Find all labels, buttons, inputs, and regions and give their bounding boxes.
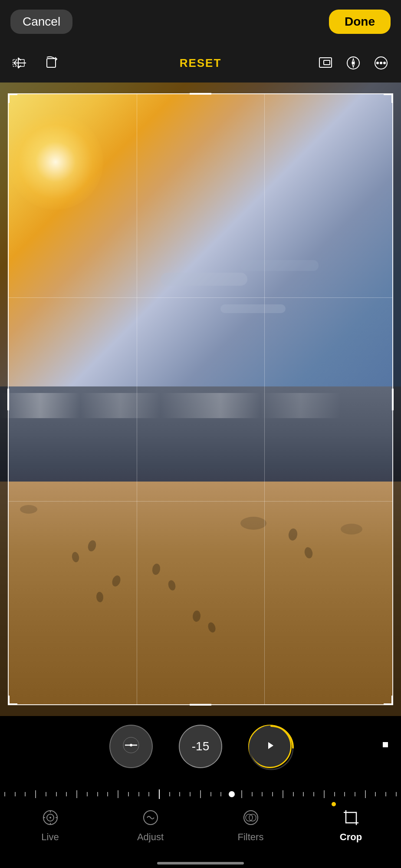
svg-rect-4 — [324, 60, 330, 65]
home-indicator — [157, 862, 244, 865]
second-toolbar: RESET — [0, 43, 401, 83]
bottom-area: -15 — [0, 716, 401, 868]
aspect-ratio-icon[interactable] — [316, 53, 335, 73]
grid-line-v2 — [264, 94, 265, 704]
level-icon — [122, 736, 140, 757]
svg-point-8 — [377, 62, 378, 64]
photo-area — [0, 83, 401, 716]
svg-point-13 — [130, 744, 132, 746]
tab-live[interactable]: Live — [24, 807, 76, 843]
grid-line-h2 — [9, 501, 392, 502]
ruler-position-dot — [229, 791, 235, 797]
adjust-icon — [140, 807, 161, 828]
crop-handle-left[interactable] — [7, 389, 9, 410]
navigation-icon[interactable] — [344, 53, 363, 73]
rotation-value: -15 — [192, 739, 209, 753]
tab-filters[interactable]: Filters — [225, 807, 277, 843]
tab-crop-label: Crop — [340, 832, 362, 843]
tab-adjust[interactable]: Adjust — [125, 807, 177, 843]
done-button[interactable]: Done — [329, 10, 391, 34]
svg-rect-2 — [47, 59, 56, 67]
crop-corner-br[interactable] — [384, 696, 393, 705]
crop-handle-top[interactable] — [190, 93, 211, 95]
top-toolbar: Cancel Done — [0, 0, 401, 43]
ruler-area[interactable] — [0, 783, 401, 805]
crop-corner-tr[interactable] — [384, 93, 393, 103]
tab-adjust-label: Adjust — [137, 832, 164, 843]
rotate-icon[interactable] — [42, 53, 61, 73]
ruler-ticks — [0, 789, 401, 799]
controls-row: -15 — [0, 725, 401, 768]
crop-icon — [341, 807, 362, 828]
svg-point-10 — [384, 62, 385, 64]
crop-corner-tl[interactable] — [8, 93, 17, 103]
grid-line-h1 — [9, 297, 392, 298]
filters-icon — [240, 807, 261, 828]
tab-crop[interactable]: Crop — [325, 807, 377, 843]
rotate-control[interactable] — [248, 725, 292, 768]
reset-button[interactable]: RESET — [180, 56, 222, 70]
value-control[interactable]: -15 — [179, 725, 222, 768]
svg-point-6 — [352, 62, 354, 64]
crop-handle-right[interactable] — [392, 389, 394, 410]
ruler-track[interactable] — [0, 788, 401, 801]
grid-line-v1 — [137, 94, 137, 704]
svg-rect-27 — [346, 812, 356, 823]
live-icon — [40, 807, 61, 828]
crop-handle-bottom[interactable] — [190, 704, 211, 706]
right-toolbar-icons — [316, 53, 391, 73]
active-tab-indicator — [332, 802, 336, 806]
flip-icon[interactable] — [10, 53, 30, 73]
crop-corner-bl[interactable] — [8, 696, 17, 705]
more-icon[interactable] — [371, 53, 391, 73]
level-control[interactable] — [109, 725, 153, 768]
left-toolbar-icons — [10, 53, 61, 73]
svg-point-24 — [244, 811, 258, 825]
svg-point-9 — [380, 62, 382, 64]
crop-frame[interactable] — [8, 93, 393, 705]
tab-live-label: Live — [41, 832, 59, 843]
tab-filters-label: Filters — [238, 832, 264, 843]
svg-point-18 — [49, 817, 51, 818]
tab-bar: Live Adjust Filters — [0, 803, 401, 851]
cancel-button[interactable]: Cancel — [10, 10, 72, 34]
